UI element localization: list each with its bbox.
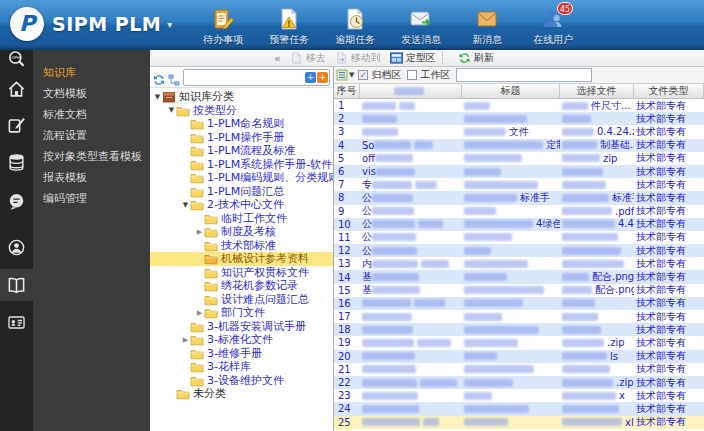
- tree-collapsed-arrow-icon[interactable]: ▶: [195, 309, 204, 317]
- column-header-序号[interactable]: 序号: [334, 84, 360, 98]
- tree-node-知识库分类[interactable]: ▼ 知识库分类: [150, 90, 333, 104]
- sidebar-item-按对象类型查看模板[interactable]: 按对象类型查看模板: [33, 146, 150, 167]
- rail-knowledge-book-button[interactable]: [0, 269, 33, 301]
- refresh-tree-icon[interactable]: [153, 71, 165, 84]
- tree-expanded-arrow-icon[interactable]: ▼: [167, 106, 176, 114]
- table-row[interactable]: 15 基 配合.png 技术部专有: [334, 284, 704, 297]
- rail-chat-button[interactable]: [0, 185, 33, 217]
- sidebar-item-标准文档[interactable]: 标准文档: [33, 104, 150, 125]
- tree-node-绣花机参数记录[interactable]: 绣花机参数记录: [150, 279, 333, 293]
- redacted-text: [415, 181, 437, 189]
- rail-compose-button[interactable]: [0, 109, 33, 141]
- rail-sipm-logo-button[interactable]: SIPM: [0, 43, 33, 75]
- tree-node-3-花样库[interactable]: 3-花样库: [150, 360, 333, 374]
- tree-node-1-PLM问题汇总[interactable]: 1-PLM问题汇总: [150, 185, 333, 199]
- toolbar-刷新-button[interactable]: 刷新: [458, 51, 494, 65]
- tree-node-技术部标准[interactable]: 技术部标准: [150, 239, 333, 253]
- tree-node-设计难点问题汇总[interactable]: 设计难点问题汇总: [150, 293, 333, 307]
- column-header-文件类型[interactable]: 文件类型: [634, 84, 704, 98]
- column-header-选择文件[interactable]: 选择文件: [560, 84, 634, 98]
- table-row[interactable]: 22 .zip 技术部专有: [334, 376, 704, 389]
- toolbar-移动到-button[interactable]: 移动到: [335, 51, 381, 65]
- sidebar-item-报表模板[interactable]: 报表模板: [33, 167, 150, 188]
- table-row[interactable]: 8 公 标准手 标准手... 技术部专有: [334, 191, 704, 204]
- send-message-button[interactable]: 发送消息: [392, 1, 450, 47]
- tree-node-3-标准化文件[interactable]: ▶ 3-标准化文件: [150, 333, 333, 347]
- column-header-标题[interactable]: 标题: [462, 84, 560, 98]
- online-users-button[interactable]: 45 在线用户: [524, 1, 582, 47]
- sidebar-item-流程设置[interactable]: 流程设置: [33, 125, 150, 146]
- tree-node-知识产权贯标文件[interactable]: 知识产权贯标文件: [150, 266, 333, 280]
- table-row[interactable]: 3 文件 0.4.24.zip 技术部专有: [334, 125, 704, 138]
- table-row[interactable]: 2 技术部专有: [334, 112, 704, 125]
- toolbar-移去-button[interactable]: 移去: [290, 51, 326, 65]
- table-row[interactable]: 20 ls 技术部专有: [334, 350, 704, 363]
- table-row[interactable]: 1 件尺寸... 技术部专有: [334, 99, 704, 112]
- tree-node-按类型分[interactable]: ▼ 按类型分: [150, 104, 333, 118]
- table-row[interactable]: 12 公 技术部专有: [334, 244, 704, 257]
- tree-node-1-PLM流程及标准[interactable]: 1-PLM流程及标准: [150, 144, 333, 158]
- redacted-text: [372, 220, 415, 228]
- table-row[interactable]: 23 x 技术部专有: [334, 389, 704, 402]
- sidebar-item-知识库[interactable]: 知识库: [33, 62, 150, 83]
- tree-node-1-PLM系统操作手册-软件公司提供[interactable]: 1-PLM系统操作手册-软件公司提供: [150, 158, 333, 172]
- collapse-panel-button[interactable]: «: [274, 53, 281, 64]
- tree-search-input[interactable]: [184, 72, 305, 83]
- tree-node-制度及考核[interactable]: ▶ 制度及考核: [150, 225, 333, 239]
- tree-node-3-设备维护文件[interactable]: 3-设备维护文件: [150, 374, 333, 388]
- toolbar-定型区-button[interactable]: 定型区: [390, 51, 436, 65]
- sidebar-item-编码管理[interactable]: 编码管理: [33, 188, 150, 209]
- tree-node-3-维修手册[interactable]: 3-维修手册: [150, 347, 333, 361]
- folder-icon: [204, 253, 218, 264]
- tree-expanded-arrow-icon[interactable]: ▼: [153, 93, 162, 101]
- table-row[interactable]: 11 公 技术部专有: [334, 231, 704, 244]
- table-row[interactable]: 16 技术部专有: [334, 297, 704, 310]
- add-blue-button[interactable]: +: [305, 72, 316, 83]
- view-mode-dropdown[interactable]: ▼: [336, 69, 354, 81]
- tree-node-部门文件[interactable]: ▶ 部门文件: [150, 306, 333, 320]
- grid-filter-input[interactable]: [456, 68, 592, 82]
- table-row[interactable]: 4 So 定制基础 制基础.pdf 技术部专有: [334, 139, 704, 152]
- table-row[interactable]: 13 内 技术部专有: [334, 257, 704, 270]
- table-row[interactable]: 17 技术部专有: [334, 310, 704, 323]
- tree-node-临时工作文件[interactable]: 临时工作文件: [150, 212, 333, 226]
- redacted-text: [464, 339, 518, 347]
- table-row[interactable]: 10 公 4绿色 4.4 绿色... 技术部专有: [334, 218, 704, 231]
- tree-node-2-技术中心文件[interactable]: ▼ 2-技术中心文件: [150, 198, 333, 212]
- locate-orange-button[interactable]: +: [317, 72, 328, 83]
- tree-collapsed-arrow-icon[interactable]: ▶: [195, 228, 204, 236]
- table-row[interactable]: 5 off zip 技术部专有: [334, 152, 704, 165]
- todo-items-button[interactable]: 待办事项: [194, 1, 252, 47]
- column-header-redacted[interactable]: [360, 84, 462, 98]
- tree-node-1-PLM操作手册[interactable]: 1-PLM操作手册: [150, 131, 333, 145]
- warning-tasks-button[interactable]: 预警任务: [260, 1, 318, 47]
- tree-collapsed-arrow-icon[interactable]: ▶: [181, 336, 190, 344]
- brand-menu[interactable]: P SIPM PLM ▾: [10, 7, 172, 41]
- table-row[interactable]: 7 专 技术部专有: [334, 178, 704, 191]
- new-message-button[interactable]: 新消息: [458, 1, 516, 47]
- checkbox-工作区[interactable]: 工作区: [407, 68, 450, 82]
- rail-contact-card-button[interactable]: [0, 306, 33, 338]
- tree-node-3-机器安装调试手册[interactable]: 3-机器安装调试手册: [150, 320, 333, 334]
- table-row[interactable]: 24 技术部专有: [334, 402, 704, 415]
- rail-database-button[interactable]: [0, 146, 33, 178]
- table-row[interactable]: 9 公 .pdf 技术部专有: [334, 205, 704, 218]
- rail-home-button[interactable]: [0, 73, 33, 105]
- cell-filetype: 技术部专有: [634, 376, 704, 389]
- table-row[interactable]: 14 基 配合.png 技术部专有: [334, 270, 704, 283]
- tree-expanded-arrow-icon[interactable]: ▼: [181, 201, 190, 209]
- sidebar-item-文档模板[interactable]: 文档模板: [33, 83, 150, 104]
- tree-node-1-PLM编码规则、分类规则[interactable]: 1-PLM编码规则、分类规则: [150, 171, 333, 185]
- table-row[interactable]: 18 技术部专有: [334, 323, 704, 336]
- overdue-tasks-button[interactable]: 逾期任务: [326, 1, 384, 47]
- table-row[interactable]: 19 .zip 技术部专有: [334, 336, 704, 349]
- table-row[interactable]: 6 vis 技术部专有: [334, 165, 704, 178]
- checkbox-归档区[interactable]: ✓归档区: [358, 68, 401, 82]
- table-row[interactable]: 21 技术部专有: [334, 363, 704, 376]
- tree-node-1-PLM命名规则[interactable]: 1-PLM命名规则: [150, 117, 333, 131]
- table-row[interactable]: 25 xls 技术部专有: [334, 416, 704, 429]
- tree-node-机械设计参考资料[interactable]: 机械设计参考资料: [150, 252, 333, 266]
- rail-support-user-button[interactable]: [0, 231, 33, 263]
- hierarchy-icon[interactable]: [168, 71, 180, 84]
- tree-node-未分类[interactable]: 未分类: [150, 387, 333, 401]
